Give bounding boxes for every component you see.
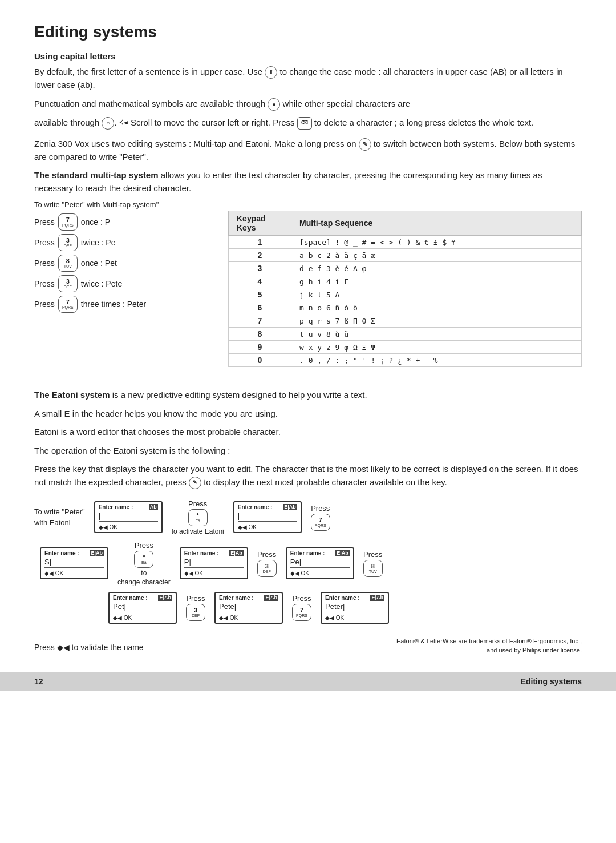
case-mode-icon: ⇧ <box>265 66 277 79</box>
press-label-4: Press <box>34 279 55 288</box>
eatoni-press-icon: ✎ <box>189 477 201 489</box>
seq-cell: t u v 8 ù ü <box>291 328 582 341</box>
key-7-btn-1: 7PQRS <box>58 213 78 231</box>
screen-8: Enter name :E|Ab Peter| ◆◀ OK <box>321 592 389 624</box>
eatoni-section: The Eatoni system is a new predictive ed… <box>34 389 582 489</box>
press-7-block-2: Press 7PQRS <box>292 594 311 621</box>
key-cell: 8 <box>229 328 291 341</box>
press-3-block-2: Press 3DEF <box>186 594 205 621</box>
key-3-eatoni-2: 3DEF <box>186 604 205 621</box>
key-cell: 6 <box>229 301 291 314</box>
seq-cell: [space] ! @ _ # = < > ( ) & € £ $ ¥ <box>291 236 582 249</box>
table-row: 0. 0 , / : ; " ' ! ¡ ? ¿ * + - % <box>229 354 582 367</box>
key-cell: 3 <box>229 262 291 275</box>
key-cell: 2 <box>229 249 291 262</box>
eatoni-screens-area: To write "Peter"with Eatoni Enter name :… <box>34 499 582 624</box>
keypad-sequence-table: Keypad Keys Multi-tap Sequence 1[space] … <box>228 211 582 367</box>
press-label-2: Press <box>34 238 55 247</box>
eatoni-para5: Press the key that displays the characte… <box>34 463 582 489</box>
key-cell: 7 <box>229 314 291 328</box>
table-row: 2a b c 2 à ä ç ā æ <box>229 249 582 262</box>
press-label-5: Press <box>34 300 55 309</box>
press-7-block: Press 7PQRS <box>311 504 330 531</box>
screen-3: Enter name :E|Ab S| ◆◀ OK <box>40 547 108 579</box>
table-row: 4g h i 4 ì Γ <box>229 275 582 288</box>
key-cell: 9 <box>229 341 291 354</box>
tap-row-5: Press 7PQRS three times : Peter <box>34 296 211 313</box>
footer-bar: 12 Editing systems <box>0 672 616 691</box>
key-cell: 5 <box>229 288 291 301</box>
validate-text: Press ◆◀ to validate the name <box>34 643 144 652</box>
footer-page-title: Editing systems <box>521 677 582 686</box>
screen-6: Enter name :E|Ab Pet| ◆◀ OK <box>108 592 177 624</box>
table-row: 8t u v 8 ù ü <box>229 328 582 341</box>
seq-cell: p q r s 7 ß Π θ Σ <box>291 314 582 328</box>
tap-row-3: Press 8TUV once : Pet <box>34 255 211 272</box>
switch-icon: ✎ <box>359 138 371 151</box>
para2: Punctuation and mathematical symbols are… <box>34 98 582 111</box>
para4: Zenia 300 Vox uses two editing systems :… <box>34 138 582 164</box>
tap-row-4: Press 3DEF twice : Pete <box>34 275 211 292</box>
key-cell: 1 <box>229 236 291 249</box>
key-8-eatoni: 8TUV <box>363 560 383 577</box>
table-row: 6m n o 6 ñ ò ö <box>229 301 582 314</box>
table-row: 5j k l 5 Λ <box>229 288 582 301</box>
press-activate-block: Press *Eā to activate Eatoni <box>172 499 224 535</box>
delete-icon: ⌫ <box>297 117 312 130</box>
section-heading: Using capital letters <box>34 51 582 61</box>
eatoni-para2: A small E in the header helps you know t… <box>34 408 582 421</box>
eatoni-para4: The operation of the Eatoni system is th… <box>34 445 582 458</box>
table-row: 1[space] ! @ _ # = < > ( ) & € £ $ ¥ <box>229 236 582 249</box>
key-3-btn-1: 3DEF <box>58 234 78 251</box>
special-icon: ○ <box>102 117 114 130</box>
key-7-eatoni-2: 7PQRS <box>292 604 311 621</box>
table-row: 7p q r s 7 ß Π θ Σ <box>229 314 582 328</box>
key-8-btn-1: 8TUV <box>58 255 78 272</box>
seq-cell: g h i 4 ì Γ <box>291 275 582 288</box>
screen-1: Enter name :Ab | ◆◀ OK <box>94 501 163 533</box>
tap-intro: To write "Peter" with Multi-tap system" <box>34 200 211 209</box>
tap-row-1: Press 7PQRS once : P <box>34 213 211 231</box>
eatoni-para1: The Eatoni system is a new predictive ed… <box>34 389 582 402</box>
press-star-change: Press *Eā to change character <box>117 541 171 586</box>
screen-2: Enter name :E|Ab | ◆◀ OK <box>233 501 302 533</box>
key-3-btn-2: 3DEF <box>58 275 78 292</box>
key-3-eatoni-1: 3DEF <box>257 560 277 577</box>
eatoni-bold: The Eatoni system <box>34 390 110 400</box>
screen-5: Enter name :E|Ab Pe| ◆◀ OK <box>286 547 354 579</box>
trademark-note: Eatoni® & LetterWise are trademarks of E… <box>396 636 582 655</box>
para5-bold: The standard multi-tap system <box>34 170 159 180</box>
seq-cell: d e f 3 è é Δ φ <box>291 262 582 275</box>
tap-row-2: Press 3DEF twice : Pe <box>34 234 211 251</box>
key-cell: 0 <box>229 354 291 367</box>
col-keypad: Keypad Keys <box>229 211 291 236</box>
key-7-eatoni: 7PQRS <box>311 514 330 531</box>
press-label-3: Press <box>34 259 55 268</box>
eatoni-para3: Eatoni is a word editor that chooses the… <box>34 426 582 439</box>
press-8-block: Press 8TUV <box>363 550 383 577</box>
once-label-3: once : Pet <box>81 259 117 268</box>
seq-cell: a b c 2 à ä ç ā æ <box>291 249 582 262</box>
table-row: 9w x y z 9 φ Ω Ξ Ψ <box>229 341 582 354</box>
footer-page-num: 12 <box>34 677 43 686</box>
para3: available through ○. ⧼◀ Scroll to move t… <box>34 116 582 130</box>
three-label-5: three times : Peter <box>81 300 146 309</box>
key-cell: 4 <box>229 275 291 288</box>
seq-cell: . 0 , / : ; " ' ! ¡ ? ¿ * + - % <box>291 354 582 367</box>
screen-4: Enter name :E|Ab P| ◆◀ OK <box>180 547 248 579</box>
seq-cell: m n o 6 ñ ò ö <box>291 301 582 314</box>
twice-label-4: twice : Pete <box>81 279 122 288</box>
table-row: 3d e f 3 è é Δ φ <box>229 262 582 275</box>
key-7-btn-2: 7PQRS <box>58 296 78 313</box>
press-label-1: Press <box>34 217 55 227</box>
seq-cell: j k l 5 Λ <box>291 288 582 301</box>
para1: By default, the first letter of a senten… <box>34 66 582 92</box>
seq-cell: w x y z 9 φ Ω Ξ Ψ <box>291 341 582 354</box>
press-3-block-1: Press 3DEF <box>257 550 277 577</box>
page-title: Editing systems <box>34 23 582 41</box>
tap-instructions: To write "Peter" with Multi-tap system" … <box>34 200 211 316</box>
to-write-label: To write "Peter"with Eatoni <box>34 506 85 529</box>
screen-7: Enter name :E|Ab Pete| ◆◀ OK <box>214 592 283 624</box>
key-star-activate: *Eā <box>188 509 208 526</box>
twice-label-2: twice : Pe <box>81 238 116 247</box>
